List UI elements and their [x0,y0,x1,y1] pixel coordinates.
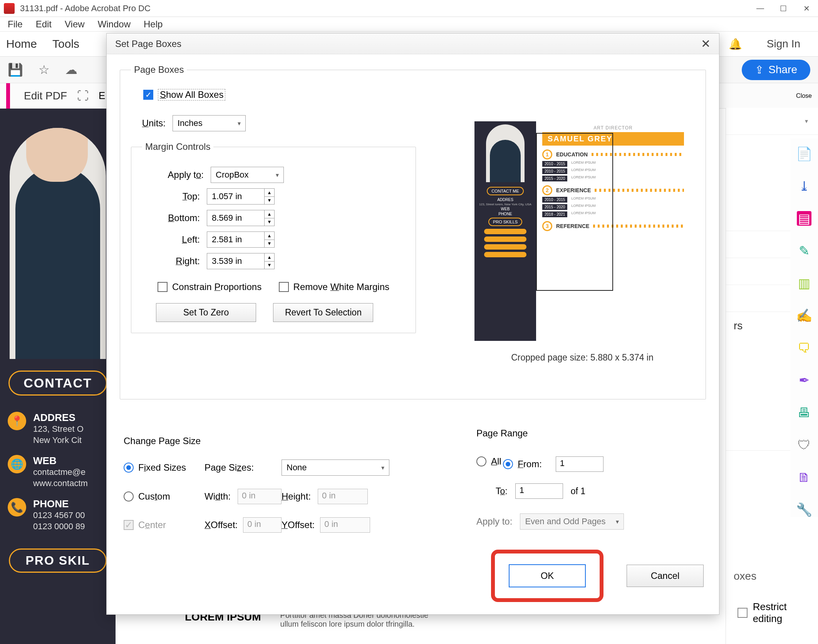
apply-to-label: Apply to: [154,169,204,180]
address-heading: ADDRES [33,412,108,424]
all-pages-radio[interactable] [476,456,486,466]
show-all-boxes-checkbox[interactable]: ✓ [143,90,153,100]
pv-contact: CONTACT ME [487,187,524,195]
tab-home[interactable]: Home [6,37,37,50]
fixed-sizes-label: Fixed Sizes [138,462,186,473]
custom-row[interactable]: Custom [124,491,204,502]
share-button[interactable]: ⇪ Share [742,60,810,80]
apply-to-select[interactable]: CropBox ▾ [211,167,284,183]
cloud-upload-icon[interactable]: ☁ [65,62,77,77]
bottom-spinner[interactable]: 8.569 in ▲▼ [207,210,275,226]
boxes-hint: oxes [734,570,756,582]
window-maximize-button[interactable]: ☐ [772,0,795,17]
tool-export-pdf-icon[interactable]: ⤓ [797,179,811,193]
address-text-1: 123, Street O [33,424,108,435]
revert-to-selection-button[interactable]: Revert To Selection [273,303,373,322]
show-all-boxes-row[interactable]: ✓ SShow All Boxeshow All Boxes [143,89,225,101]
pv-addres: ADDRES [497,198,513,202]
remove-white-checkbox[interactable] [279,282,289,292]
left-value[interactable]: 2.581 in [207,231,265,248]
tab-tools[interactable]: Tools [52,37,79,50]
tool-sticky-icon[interactable]: 🗨 [797,340,811,355]
width-label: Width: [204,491,231,502]
close-panel-button[interactable]: Close [796,92,812,99]
tool-print-icon[interactable]: 🖶 [797,405,811,420]
bottom-value[interactable]: 8.569 in [207,210,265,226]
tool-protect-icon[interactable]: 🛡 [797,438,811,452]
menu-help[interactable]: Help [144,19,163,30]
menu-window[interactable]: Window [98,19,131,30]
resume-photo [10,128,106,359]
fixed-sizes-radio[interactable] [124,463,134,473]
cancel-button[interactable]: Cancel [627,565,704,587]
tool-fill-sign-icon[interactable]: ✍ [797,308,811,323]
yoffset-value[interactable]: 0 in [320,517,370,533]
spin-up-icon[interactable]: ▲ [265,189,274,197]
left-spinner[interactable]: 2.581 in ▲▼ [207,231,275,248]
menu-edit[interactable]: Edit [36,19,52,30]
width-value[interactable]: 0 in [238,489,282,504]
save-icon[interactable]: 💾 [8,62,23,77]
tool-organize-icon[interactable]: ▥ [797,276,811,290]
phone-row: 📞 PHONE 0123 4567 00 0123 0000 89 [0,493,116,537]
remove-white-row[interactable]: Remove White Margins [279,282,389,292]
center-checkbox: ✓ [124,520,134,530]
to-value[interactable]: 1 [515,483,563,499]
restrict-editing-row[interactable]: Restrict editing [738,601,818,625]
top-spinner[interactable]: 1.057 in ▲▼ [207,188,275,205]
crop-tool-icon[interactable]: ⛶ [77,89,89,102]
web-text-1: contactme@e [33,467,108,478]
center-label: Center [138,520,166,530]
page-sizes-label: Page Sizes: [204,462,282,473]
menu-file[interactable]: File [8,19,23,30]
all-pages-row[interactable]: All [476,456,501,467]
from-value[interactable]: 1 [556,456,603,472]
right-value[interactable]: 3.539 in [207,253,265,269]
star-icon[interactable]: ☆ [39,62,50,77]
spin-down-icon[interactable]: ▼ [265,197,274,205]
tool-optimize-icon[interactable]: 🗎 [797,470,811,485]
constrain-proportions-row[interactable]: Constrain Proportions [158,282,261,292]
window-close-button[interactable]: ✕ [795,0,818,17]
from-pages-radio[interactable] [503,459,513,469]
share-label: Share [768,64,797,76]
page-sizes-select[interactable]: None ▾ [282,460,389,476]
tool-more-icon[interactable]: 🔧 [797,502,811,517]
edit-pdf-label[interactable]: Edit PDF [24,90,67,102]
top-value[interactable]: 1.057 in [207,188,265,205]
dialog-close-icon[interactable]: ✕ [701,37,711,50]
location-icon: 📍 [8,412,26,430]
tool-create-pdf-icon[interactable]: 📄 [797,146,811,161]
ok-button[interactable]: OK [509,564,586,587]
constrain-checkbox[interactable] [158,282,168,292]
window-minimize-button[interactable]: — [749,0,772,17]
notifications-icon[interactable]: 🔔 [729,38,742,50]
xoffset-value[interactable]: 0 in [243,517,282,533]
globe-icon: 🌐 [8,455,26,473]
remove-white-label: Remove White Margins [293,282,389,292]
page-range-section: Page Range All From: 1 To: 1 of 1 Apply … [476,428,704,530]
tool-edit-pdf-icon[interactable]: ▤ [797,211,811,226]
right-spinner[interactable]: 3.539 in ▲▼ [207,253,275,269]
tool-signature-icon[interactable]: ✒ [797,373,811,387]
fixed-sizes-row[interactable]: Fixed Sizes [124,462,204,473]
set-to-zero-button[interactable]: Set To Zero [156,303,256,322]
restrict-editing-checkbox[interactable] [738,608,748,618]
tool-comment-icon[interactable]: ✎ [797,243,811,258]
from-pages-row[interactable]: From: 1 [503,456,603,472]
bottom-label: Bottom: [158,213,200,223]
units-select[interactable]: Inches ▾ [173,115,246,131]
options-row-1[interactable]: ▾ [726,108,818,135]
address-row: 📍 ADDRES 123, Street O New York Cit [0,407,116,450]
center-row: ✓ Center [124,520,204,530]
chevron-down-icon: ▾ [616,518,619,525]
page-boxes-group: Page Boxes ✓ SShow All Boxeshow All Boxe… [120,64,706,399]
acrobat-app-icon [4,3,15,14]
signin-link[interactable]: Sign In [767,38,800,50]
menu-view[interactable]: View [65,19,85,30]
ok-highlight-box: OK [491,550,603,602]
change-size-heading: Change Page Size [124,436,432,446]
height-value[interactable]: 0 in [318,489,368,504]
phone-heading: PHONE [33,498,108,510]
custom-radio[interactable] [124,491,134,501]
